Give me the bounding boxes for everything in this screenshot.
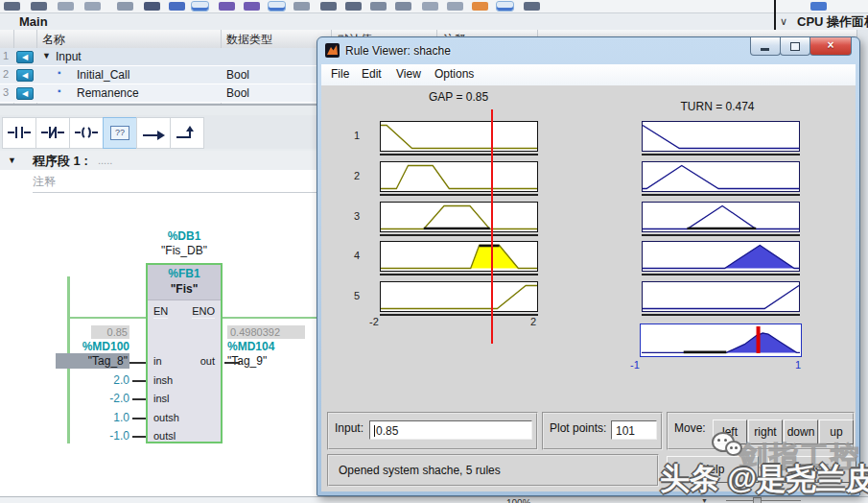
const-insh[interactable]: 2.0 (72, 373, 129, 387)
toolbar-icon[interactable] (472, 2, 488, 11)
minimize-button[interactable] (750, 37, 781, 56)
output-mf-plot-3[interactable] (642, 202, 800, 232)
contact-nc-icon[interactable] (35, 117, 70, 149)
toolbar-icon[interactable] (244, 2, 260, 11)
comment-underline (33, 192, 317, 193)
contact-no-icon[interactable] (2, 117, 36, 149)
tag-name: Remanence (77, 86, 139, 100)
pin-insh[interactable]: insh (153, 374, 173, 386)
close-icon[interactable]: × (809, 37, 852, 56)
col-type[interactable]: 数据类型 (226, 32, 272, 48)
tag-icon: ◀ (16, 87, 34, 100)
menu-edit[interactable]: Edit (362, 67, 382, 81)
toolbar-icon[interactable] (320, 2, 337, 11)
db-name[interactable]: "Fis_DB" (140, 244, 228, 257)
toolbar-icon[interactable] (31, 2, 47, 11)
zoom-slider[interactable] (726, 500, 801, 501)
const-outsh[interactable]: 1.0 (72, 411, 129, 424)
toolbar-icon[interactable] (345, 2, 362, 11)
toolbar-icon[interactable] (219, 2, 235, 11)
pin-in[interactable]: in (153, 355, 162, 367)
move-group: Move: left right down up (667, 412, 855, 450)
tag-type: Bool (226, 86, 249, 100)
input-mf-plot-2[interactable] (380, 161, 538, 192)
expand-icon[interactable]: ▼ (42, 51, 51, 60)
toolbar-icon[interactable] (269, 2, 285, 11)
toolbar-icon[interactable] (810, 2, 827, 11)
zoom-slider-thumb[interactable] (753, 497, 762, 503)
plot-points-field[interactable]: 101 (611, 420, 657, 440)
help-button[interactable]: Help (667, 456, 759, 483)
output-mf-plot-2[interactable] (642, 161, 800, 192)
toolbar-icon[interactable] (524, 2, 540, 11)
toolbar-icon[interactable] (144, 2, 160, 11)
move-up-button[interactable]: up (819, 419, 854, 444)
tag-name: Initial_Call (77, 68, 129, 82)
const-outsl[interactable]: -1.0 (72, 429, 129, 443)
editor-title-bar: Main (0, 13, 868, 31)
comment-placeholder[interactable]: 注释 (33, 174, 56, 190)
toolbar-icon[interactable] (447, 2, 463, 11)
empty-box-icon[interactable]: ?? (103, 117, 137, 149)
tag-name: Input (56, 50, 82, 63)
pin-eno: ENO (192, 305, 215, 319)
toolbar-icon[interactable] (58, 2, 74, 11)
window-title-bar[interactable]: Rule Viewer: shache × (317, 37, 859, 64)
input-mf-plot-1[interactable] (380, 121, 538, 152)
input-field[interactable]: 0.85 (369, 420, 532, 440)
move-right-button[interactable]: right (748, 419, 783, 444)
collapse-icon[interactable]: ▼ (8, 156, 16, 165)
output-mf-plot-5[interactable] (642, 281, 800, 312)
output-axis-max: 1 (795, 359, 801, 371)
page-title: Main (19, 13, 48, 30)
maximize-button[interactable] (780, 37, 810, 56)
toolbar-icon[interactable] (117, 2, 133, 11)
toolbar-icon[interactable] (192, 2, 208, 11)
pin-out[interactable]: out (200, 355, 215, 367)
tia-main-toolbar (0, 0, 868, 13)
pin-outsl[interactable]: outsl (153, 430, 176, 442)
close-branch-icon[interactable] (170, 117, 204, 149)
eno-wire (223, 317, 320, 319)
toolbar-icon[interactable] (84, 2, 101, 11)
in-operand[interactable]: %MD100 (72, 340, 129, 353)
status-group: Opened system shache, 5 rules (327, 454, 659, 487)
in-tag[interactable]: "Tag_8" (56, 353, 129, 369)
toolbar-icon[interactable] (497, 2, 513, 11)
input-mf-plot-3[interactable] (380, 202, 538, 232)
coil-icon[interactable] (69, 117, 104, 149)
matlab-icon (325, 43, 340, 58)
cpu-panel-tab[interactable]: CPU 操作面板 (797, 13, 868, 30)
toolbar-icon[interactable] (395, 2, 411, 11)
toolbar-icon[interactable] (293, 2, 310, 11)
zoom-dropdown-icon[interactable]: ▼ (701, 497, 708, 503)
input-mf-plot-4[interactable] (380, 241, 538, 272)
input-mf-plot-5[interactable] (380, 281, 538, 312)
menu-file[interactable]: File (331, 67, 349, 81)
const-insl[interactable]: -2.0 (72, 392, 129, 405)
out-tag[interactable]: "Tag_9" (227, 354, 267, 368)
move-left-button[interactable]: left (713, 419, 747, 444)
toolbar-icon[interactable] (4, 2, 20, 11)
output-mf-plot-4[interactable] (642, 241, 800, 272)
toolbar-icon[interactable] (169, 2, 185, 11)
close-button[interactable]: Close (768, 456, 856, 483)
output-mf-plot-1[interactable] (642, 121, 800, 152)
pin-insl[interactable]: insl (153, 393, 170, 404)
toolbar-icon[interactable] (422, 2, 438, 11)
move-down-button[interactable]: down (784, 419, 818, 444)
menu-options[interactable]: Options (434, 67, 474, 81)
input-value-line[interactable] (491, 109, 493, 344)
menu-view[interactable]: View (396, 67, 421, 81)
tag-icon: ◀ (16, 69, 34, 82)
window-title: Rule Viewer: shache (345, 44, 451, 58)
pin-outsh[interactable]: outsh (153, 412, 179, 423)
open-branch-icon[interactable] (136, 117, 171, 149)
out-operand[interactable]: %MD104 (227, 340, 274, 353)
db-operand[interactable]: %DB1 (146, 229, 223, 243)
fb-call-block[interactable]: %FB1 "Fis" EN ENO in insh insl outsh out… (146, 263, 223, 443)
chevron-down-icon[interactable]: ∨ (780, 13, 787, 30)
toolbar-icon[interactable] (370, 2, 387, 11)
aggregate-output-plot (640, 323, 802, 357)
col-name[interactable]: 名称 (42, 32, 65, 48)
